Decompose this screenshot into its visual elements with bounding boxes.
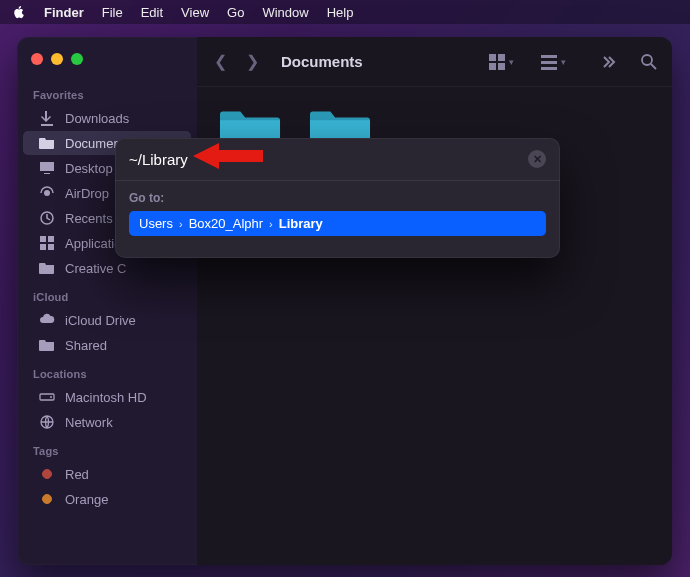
svg-rect-15 bbox=[541, 67, 557, 70]
svg-rect-12 bbox=[498, 63, 505, 70]
svg-point-0 bbox=[44, 190, 50, 196]
sidebar-section-favorites: Favorites bbox=[17, 79, 197, 105]
view-mode-button[interactable]: ▾ bbox=[488, 53, 514, 71]
goto-header: ✕ bbox=[115, 138, 560, 181]
sidebar-item-label: Orange bbox=[65, 492, 108, 507]
menubar-go[interactable]: Go bbox=[227, 5, 244, 20]
sidebar-item-tag-red[interactable]: Red bbox=[23, 462, 191, 486]
sidebar-item-label: Downloads bbox=[65, 111, 129, 126]
zoom-window-button[interactable] bbox=[71, 53, 83, 65]
group-button[interactable]: ▾ bbox=[540, 53, 566, 71]
sidebar-item-label: Creative C bbox=[65, 261, 126, 276]
goto-dialog: ✕ Go to: Users › Box20_Alphr › Library bbox=[115, 138, 560, 258]
sidebar-item-label: Network bbox=[65, 415, 113, 430]
svg-rect-10 bbox=[498, 54, 505, 61]
folder-icon bbox=[39, 337, 55, 353]
sidebar-section-locations: Locations bbox=[17, 358, 197, 384]
main-area: ❮ ❯ Documents ▾ ▾ bbox=[197, 37, 672, 565]
clock-icon bbox=[39, 210, 55, 226]
menubar: Finder File Edit View Go Window Help bbox=[0, 0, 690, 24]
svg-rect-2 bbox=[40, 236, 46, 242]
tag-orange-icon bbox=[39, 491, 55, 507]
goto-label: Go to: bbox=[129, 191, 546, 205]
close-icon[interactable]: ✕ bbox=[528, 150, 546, 168]
sidebar-item-network[interactable]: Network bbox=[23, 410, 191, 434]
svg-rect-9 bbox=[489, 54, 496, 61]
sidebar-item-label: AirDrop bbox=[65, 186, 109, 201]
path-segment: Library bbox=[279, 216, 323, 231]
desktop-icon bbox=[39, 160, 55, 176]
sidebar-item-downloads[interactable]: Downloads bbox=[23, 106, 191, 130]
sidebar-item-label: Macintosh HD bbox=[65, 390, 147, 405]
grid-icon bbox=[39, 235, 55, 251]
chevron-right-icon: › bbox=[177, 218, 185, 230]
hd-icon bbox=[39, 389, 55, 405]
search-button[interactable] bbox=[640, 53, 658, 71]
chevron-right-icon: › bbox=[267, 218, 275, 230]
download-icon bbox=[39, 110, 55, 126]
menubar-help[interactable]: Help bbox=[327, 5, 354, 20]
sidebar-item-label: Red bbox=[65, 467, 89, 482]
sidebar-item-shared[interactable]: Shared bbox=[23, 333, 191, 357]
globe-icon bbox=[39, 414, 55, 430]
svg-rect-11 bbox=[489, 63, 496, 70]
svg-rect-14 bbox=[541, 61, 557, 64]
sidebar-section-tags: Tags bbox=[17, 435, 197, 461]
path-segment: Users bbox=[139, 216, 173, 231]
chevron-down-icon: ▾ bbox=[509, 57, 514, 67]
folder-icon bbox=[39, 260, 55, 276]
sidebar-item-creative[interactable]: Creative C bbox=[23, 256, 191, 280]
overflow-button[interactable] bbox=[600, 53, 618, 71]
toolbar: ❮ ❯ Documents ▾ ▾ bbox=[197, 37, 672, 87]
menubar-window[interactable]: Window bbox=[262, 5, 308, 20]
menubar-file[interactable]: File bbox=[102, 5, 123, 20]
window-title: Documents bbox=[281, 53, 363, 70]
menubar-edit[interactable]: Edit bbox=[141, 5, 163, 20]
svg-point-7 bbox=[50, 396, 52, 398]
sidebar-item-tag-orange[interactable]: Orange bbox=[23, 487, 191, 511]
close-window-button[interactable] bbox=[31, 53, 43, 65]
tag-red-icon bbox=[39, 466, 55, 482]
svg-rect-13 bbox=[541, 55, 557, 58]
sidebar-item-label: Shared bbox=[65, 338, 107, 353]
menubar-app[interactable]: Finder bbox=[44, 5, 84, 20]
svg-rect-5 bbox=[48, 244, 54, 250]
sidebar-item-label: iCloud Drive bbox=[65, 313, 136, 328]
forward-button[interactable]: ❯ bbox=[243, 52, 261, 71]
cloud-icon bbox=[39, 312, 55, 328]
sidebar-section-icloud: iCloud bbox=[17, 281, 197, 307]
goto-suggestion[interactable]: Users › Box20_Alphr › Library bbox=[129, 211, 546, 236]
airdrop-icon bbox=[39, 185, 55, 201]
svg-rect-4 bbox=[40, 244, 46, 250]
sidebar-item-label: Desktop bbox=[65, 161, 113, 176]
sidebar-item-icloud-drive[interactable]: iCloud Drive bbox=[23, 308, 191, 332]
path-segment: Box20_Alphr bbox=[189, 216, 263, 231]
minimize-window-button[interactable] bbox=[51, 53, 63, 65]
folder-icon bbox=[39, 135, 55, 151]
goto-input[interactable] bbox=[129, 151, 528, 168]
sidebar: Favorites Downloads Documents Desktop Ai… bbox=[17, 37, 197, 565]
svg-rect-3 bbox=[48, 236, 54, 242]
chevron-down-icon: ▾ bbox=[561, 57, 566, 67]
sidebar-item-label: Recents bbox=[65, 211, 113, 226]
apple-logo-icon[interactable] bbox=[12, 5, 26, 19]
svg-point-16 bbox=[642, 55, 652, 65]
traffic-lights bbox=[17, 49, 197, 79]
finder-window: Favorites Downloads Documents Desktop Ai… bbox=[17, 37, 672, 565]
menubar-view[interactable]: View bbox=[181, 5, 209, 20]
back-button[interactable]: ❮ bbox=[211, 52, 229, 71]
sidebar-item-macintosh-hd[interactable]: Macintosh HD bbox=[23, 385, 191, 409]
